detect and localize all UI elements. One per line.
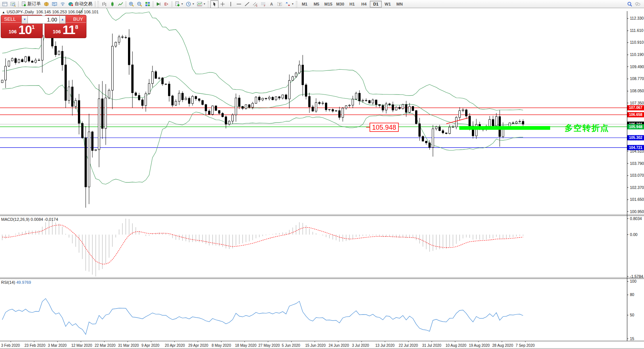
periods-button[interactable]: ▾ bbox=[184, 0, 196, 8]
volume-increase-button[interactable]: ▲ bbox=[59, 16, 66, 24]
text-button[interactable]: A bbox=[267, 0, 276, 8]
data-window-toggle[interactable] bbox=[9, 0, 17, 8]
candle-body bbox=[322, 103, 324, 103]
candle-body bbox=[342, 108, 344, 117]
toolbar-separator bbox=[153, 1, 153, 7]
timeframe-h4[interactable]: H4 bbox=[358, 1, 370, 7]
panel-collapse-icon[interactable]: ▲ bbox=[2, 10, 5, 14]
timeframe-m30[interactable]: M30 bbox=[334, 1, 346, 7]
candle-body bbox=[162, 78, 164, 84]
vertical-line-button[interactable] bbox=[227, 0, 235, 8]
candle-body bbox=[319, 103, 321, 104]
candle-body bbox=[152, 72, 154, 83]
date-label: 24 Jun 2020 bbox=[329, 343, 349, 348]
candlestick-chart-button[interactable] bbox=[108, 0, 116, 8]
search-button[interactable] bbox=[625, 0, 634, 8]
cursor-icon bbox=[212, 1, 217, 7]
chat-button[interactable] bbox=[634, 0, 642, 8]
volume-control: ▼ ▲ bbox=[22, 16, 66, 24]
candle-body bbox=[182, 93, 184, 100]
trendline-button[interactable] bbox=[243, 0, 251, 8]
timeframe-m5[interactable]: M5 bbox=[310, 1, 322, 7]
price-axis-label: 107.350 bbox=[630, 101, 644, 105]
indicators-button-dropdown-caret[interactable]: ▾ bbox=[204, 2, 205, 6]
candle-body bbox=[462, 110, 464, 110]
candle-body bbox=[208, 111, 210, 114]
candle-body bbox=[148, 83, 150, 93]
timeframe-w1[interactable]: W1 bbox=[382, 1, 394, 7]
rsi-axis-label: 50 bbox=[630, 313, 634, 317]
equidistant-channel-button[interactable]: E bbox=[251, 0, 259, 8]
signals-button[interactable] bbox=[59, 0, 67, 8]
svg-text:E: E bbox=[256, 4, 258, 7]
text-label-button[interactable]: T bbox=[276, 0, 284, 8]
timeframe-m15[interactable]: M15 bbox=[322, 1, 334, 7]
candle-body bbox=[229, 121, 230, 124]
crosshair-button[interactable] bbox=[218, 0, 227, 8]
date-label: 3 Feb 2020 bbox=[1, 343, 20, 348]
bar-chart-button[interactable] bbox=[100, 0, 108, 8]
price-tag-label: 105.302 bbox=[629, 136, 643, 140]
candle-body bbox=[28, 57, 30, 61]
toolbar-grip bbox=[207, 1, 209, 7]
candle-body bbox=[5, 66, 7, 80]
candle-body bbox=[282, 95, 284, 98]
candle-body bbox=[172, 96, 174, 105]
toolbar-separator bbox=[18, 1, 19, 7]
timeframe-h1[interactable]: H1 bbox=[346, 1, 358, 7]
metaeditor-button[interactable] bbox=[50, 0, 59, 8]
candle-body bbox=[299, 65, 300, 73]
candle-body bbox=[222, 113, 224, 117]
new-order-button[interactable]: 新订单 bbox=[20, 0, 42, 8]
crosshair-icon bbox=[220, 1, 225, 7]
date-label: 18 May 2020 bbox=[235, 343, 257, 348]
line-chart-button[interactable] bbox=[116, 0, 125, 8]
candle-body bbox=[382, 106, 384, 110]
candle-body bbox=[275, 97, 277, 100]
fibonacci-button[interactable]: F bbox=[259, 0, 267, 8]
timeframe-mn[interactable]: MN bbox=[394, 1, 405, 7]
tile-windows-button[interactable] bbox=[144, 0, 152, 8]
candle-body bbox=[405, 104, 407, 112]
autotrading-button[interactable]: 自动交易 bbox=[67, 0, 94, 8]
toolbar-right bbox=[625, 0, 644, 8]
new-order-button-label: 新订单 bbox=[27, 1, 41, 7]
indicators-button[interactable]: ▾ bbox=[196, 0, 207, 8]
vertical-line-icon bbox=[228, 1, 233, 7]
chart-shift-icon bbox=[164, 1, 169, 7]
candle-body bbox=[25, 57, 27, 62]
candle-body bbox=[195, 96, 197, 99]
horizontal-line-button[interactable] bbox=[235, 0, 243, 8]
candle-body bbox=[58, 51, 60, 54]
price-axis-label: 109.490 bbox=[630, 64, 644, 69]
candle-body bbox=[385, 104, 387, 110]
timeframe-m1[interactable]: M1 bbox=[299, 1, 310, 7]
candle-body bbox=[329, 109, 331, 110]
candle-body bbox=[402, 104, 404, 109]
chart-background bbox=[0, 8, 644, 349]
price-axis-label: 100.950 bbox=[630, 209, 644, 214]
candle-body bbox=[496, 117, 497, 126]
zoom-in-button[interactable] bbox=[127, 0, 135, 8]
auto-scroll-button[interactable] bbox=[154, 0, 162, 8]
cursor-button[interactable] bbox=[210, 0, 218, 8]
timeframe-d1[interactable]: D1 bbox=[370, 1, 382, 7]
zoom-out-button[interactable] bbox=[135, 0, 144, 8]
periods-button-dropdown-caret[interactable]: ▾ bbox=[193, 2, 194, 6]
market-watch-toggle[interactable] bbox=[1, 0, 9, 8]
horizontal-line-icon bbox=[236, 1, 242, 7]
new-chart-button-dropdown-caret[interactable]: ▾ bbox=[181, 2, 183, 6]
arrows-button[interactable]: ▾ bbox=[284, 0, 295, 8]
volume-input[interactable] bbox=[28, 16, 59, 24]
chart-area[interactable]: 105.948多空转折点112.330111.610110.910110.190… bbox=[0, 8, 644, 349]
price-tag-label: 106.658 bbox=[629, 113, 643, 117]
chart-shift-button[interactable] bbox=[162, 0, 171, 8]
candle-body bbox=[32, 61, 33, 62]
toolbar-separator bbox=[172, 1, 172, 7]
highlight-rectangle[interactable] bbox=[459, 126, 550, 130]
arrows-button-dropdown-caret[interactable]: ▾ bbox=[292, 2, 293, 6]
volume-decrease-button[interactable]: ▼ bbox=[22, 16, 28, 24]
history-center-button[interactable] bbox=[42, 0, 50, 8]
candle-body bbox=[239, 98, 240, 106]
new-chart-button[interactable]: ▾ bbox=[173, 0, 184, 8]
